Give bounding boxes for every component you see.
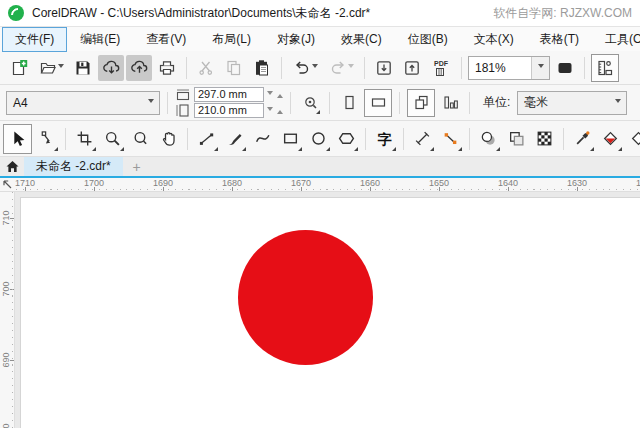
page-height-field[interactable]: 210.0 mm [194, 103, 264, 118]
pattern-fill-tool[interactable] [531, 125, 558, 153]
menu-text[interactable]: 文本(X) [461, 27, 527, 52]
full-screen-preview-button[interactable] [552, 55, 578, 81]
checkerboard-icon [536, 130, 553, 147]
vertical-ruler-track[interactable]: 710700690680 [0, 192, 15, 428]
undo-dropdown-icon [312, 64, 318, 71]
show-rulers-button[interactable] [591, 54, 619, 82]
page-width-field[interactable]: 297.0 mm [194, 87, 264, 102]
full-screen-preview-icon [556, 59, 574, 77]
cloud-upload-button[interactable] [126, 55, 152, 81]
ruler-tick [10, 360, 14, 361]
current-page-layout-button[interactable] [438, 90, 462, 116]
smart-fill-tool[interactable] [625, 125, 640, 153]
separator [469, 128, 470, 150]
menu-object[interactable]: 对象(J) [264, 27, 328, 52]
ruler-tick [94, 187, 95, 191]
rectangle-tool-icon [282, 130, 299, 147]
page-width-spinner[interactable] [267, 91, 283, 98]
spinner-up-icon [277, 91, 283, 98]
ruler-origin-icon[interactable] [1, 178, 13, 190]
pan-tool[interactable] [155, 125, 182, 153]
all-pages-button[interactable] [407, 89, 435, 117]
new-tab-button[interactable]: + [123, 157, 151, 176]
coreldraw-logo-icon [8, 5, 24, 21]
save-button[interactable] [70, 55, 96, 81]
polygon-tool[interactable] [333, 125, 360, 153]
menu-table[interactable]: 表格(T) [527, 27, 592, 52]
undo-button[interactable] [288, 55, 322, 81]
new-document-button[interactable] [6, 55, 32, 81]
publish-pdf-button[interactable]: PDF [427, 55, 455, 81]
dimension-tool-icon [414, 130, 431, 147]
zoom-level-combo[interactable]: 181% [468, 56, 550, 80]
zoom-level-value: 181% [469, 61, 531, 75]
cloud-download-icon [102, 58, 121, 77]
page-dimensions-group: 297.0 mm 210.0 mm [175, 87, 283, 118]
open-dropdown-icon [58, 64, 64, 71]
page-size-combo[interactable]: A4 [6, 91, 160, 115]
print-button[interactable] [154, 55, 180, 81]
menu-bitmaps[interactable]: 位图(B) [395, 27, 461, 52]
shape-tool[interactable] [33, 125, 60, 153]
page-height-spinner[interactable] [267, 107, 283, 114]
ellipse-tool[interactable] [305, 125, 332, 153]
dimension-tool[interactable] [409, 125, 436, 153]
import-button[interactable] [371, 55, 397, 81]
spinner-down-icon [267, 107, 273, 114]
export-button[interactable] [399, 55, 425, 81]
transparency-tool[interactable] [503, 125, 530, 153]
cloud-download-button[interactable] [98, 55, 124, 81]
artistic-media-tool[interactable] [221, 125, 248, 153]
standard-toolbar: PDF 181% [0, 51, 640, 85]
ruler-tick [439, 187, 440, 191]
brush-icon [226, 130, 243, 147]
redo-button[interactable] [324, 55, 358, 81]
zoom-level-dropdown-button[interactable] [531, 57, 549, 79]
drop-shadow-tool[interactable] [475, 125, 502, 153]
units-combo[interactable]: 毫米 [517, 91, 627, 115]
horizontal-ruler-track[interactable]: 1710170016901680167016601650164016301620 [0, 178, 640, 192]
document-tab[interactable]: 未命名 -2.cdr* [24, 157, 123, 176]
separator [167, 92, 168, 114]
interactive-fill-tool[interactable] [597, 125, 624, 153]
document-tab-label: 未命名 -2.cdr* [36, 158, 111, 175]
connector-tool-icon [442, 130, 459, 147]
menu-layout[interactable]: 布局(L) [199, 27, 264, 52]
zoom-tool[interactable] [99, 125, 126, 153]
magnifier-tool[interactable] [127, 125, 154, 153]
redo-dropdown-icon [348, 64, 354, 71]
color-eyedropper-tool[interactable] [569, 125, 596, 153]
crop-tool[interactable] [71, 125, 98, 153]
portrait-button[interactable] [337, 90, 361, 116]
autofit-page-button[interactable] [298, 90, 322, 116]
menu-file[interactable]: 文件(F) [2, 27, 67, 52]
zoom-tool-icon [104, 130, 121, 147]
rectangle-tool[interactable] [277, 125, 304, 153]
copy-button[interactable] [221, 55, 247, 81]
title-bar: CorelDRAW - C:\Users\Administrator\Docum… [0, 0, 640, 27]
cut-button[interactable] [193, 55, 219, 81]
red-circle-shape[interactable] [238, 230, 373, 365]
freehand-tool-icon [198, 130, 215, 147]
chevron-down-icon [142, 92, 159, 114]
pick-tool[interactable] [3, 124, 32, 154]
landscape-button[interactable] [364, 89, 392, 117]
menu-tools[interactable]: 工具(O) [592, 27, 640, 52]
freehand-tool[interactable] [193, 125, 220, 153]
b-spline-icon [254, 130, 271, 147]
b-spline-tool[interactable] [249, 125, 276, 153]
menu-effects[interactable]: 效果(C) [328, 27, 395, 52]
ruler-tick [370, 187, 371, 191]
separator [399, 92, 400, 114]
menu-view[interactable]: 查看(V) [133, 27, 199, 52]
open-button[interactable] [34, 55, 68, 81]
welcome-screen-button[interactable] [0, 157, 24, 176]
paste-button[interactable] [249, 55, 275, 81]
all-pages-icon [413, 94, 430, 111]
text-tool-icon: 字 [378, 132, 392, 146]
menu-edit[interactable]: 编辑(E) [67, 27, 133, 52]
connector-tool[interactable] [437, 125, 464, 153]
ellipse-tool-icon [310, 130, 327, 147]
text-tool[interactable]: 字 [371, 125, 398, 153]
page-width-icon [175, 88, 191, 101]
